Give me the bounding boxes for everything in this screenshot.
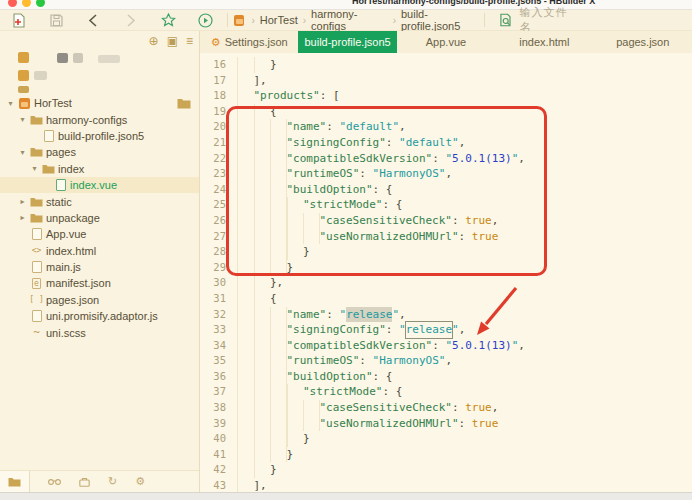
tree-item-static[interactable]: ▸static <box>0 193 199 209</box>
code-token: , <box>399 119 406 135</box>
code-line-38[interactable]: 38"caseSensitiveCheck": true, <box>200 400 692 416</box>
chevron-down-icon[interactable]: ▾ <box>16 115 29 124</box>
indent-guides <box>237 244 303 260</box>
tree-item-uni-promisify-adaptor-js[interactable]: uni.promisify.adaptor.js <box>0 308 199 324</box>
tab-pages-json[interactable]: pages.json <box>594 31 692 53</box>
chevron-down-icon[interactable]: ▾ <box>16 148 29 157</box>
tab-app-vue[interactable]: App.vue <box>397 31 495 53</box>
redacted-label <box>98 55 120 63</box>
tree-item-label: static <box>46 196 72 208</box>
run-icon[interactable] <box>198 12 213 28</box>
code-token: , <box>518 338 525 354</box>
star-icon[interactable] <box>160 12 175 28</box>
toolbar: › HorTest › harmony-configs › build-prof… <box>0 10 692 31</box>
code-token: "useNormalizedOHMUrl" <box>320 229 459 245</box>
menu-icon[interactable]: ≡ <box>186 34 193 48</box>
code-line-31[interactable]: 31{ <box>200 291 692 307</box>
code-line-17[interactable]: 17], <box>200 73 692 89</box>
code-token: " <box>512 338 519 354</box>
tree-item-harmony-configs[interactable]: ▾harmony-configs <box>0 111 199 127</box>
tree-item-label: pages <box>46 146 76 158</box>
tree-item-index[interactable]: ▾index <box>0 161 199 177</box>
back-icon[interactable] <box>86 12 101 28</box>
tree-item-index-html[interactable]: <>index.html <box>0 243 199 259</box>
code-area[interactable]: 16}17],18"products": [19{20"name": "defa… <box>200 57 692 494</box>
chevron-right-icon[interactable]: ▸ <box>16 213 29 222</box>
code-token: " <box>340 307 347 323</box>
chevron-down-icon[interactable]: ▾ <box>28 164 41 173</box>
redacted-project-icon <box>18 52 29 63</box>
line-number: 39 <box>200 416 226 432</box>
code-line-21[interactable]: 21"signingConfig": "default", <box>200 135 692 151</box>
chevron-down-icon[interactable]: ▾ <box>4 99 17 108</box>
code-line-29[interactable]: 29} <box>200 260 692 276</box>
tree-item-index-vue[interactable]: index.vue <box>0 177 199 193</box>
close-traffic-light[interactable] <box>8 0 17 7</box>
code-line-34[interactable]: 34"compatibleSdkVersion": "5.0.1(13)", <box>200 338 692 354</box>
tree-item-pages-json[interactable]: [ ]pages.json <box>0 292 199 308</box>
tab-index-html[interactable]: index.html <box>495 31 593 53</box>
code-token: true <box>472 229 499 245</box>
folder-icon[interactable] <box>0 471 30 492</box>
indent-guides <box>237 229 320 245</box>
code-line-28[interactable]: 28} <box>200 244 692 260</box>
tree-item-unpackage[interactable]: ▸unpackage <box>0 210 199 226</box>
code-line-20[interactable]: 20"name": "default", <box>200 119 692 135</box>
code-line-23[interactable]: 23"runtimeOS": "HarmonyOS", <box>200 166 692 182</box>
tree-item-manifest-json[interactable]: emanifest.json <box>0 275 199 291</box>
chevron-right-icon[interactable]: ▸ <box>16 197 29 206</box>
code-line-24[interactable]: 24"buildOption": { <box>200 182 692 198</box>
code-line-22[interactable]: 22"compatibleSdkVersion": "5.0.1(13)", <box>200 151 692 167</box>
code-line-25[interactable]: 25"strictMode": { <box>200 197 692 213</box>
breadcrumb-project[interactable]: HorTest <box>260 14 298 26</box>
tree-item-uni-scss[interactable]: ~uni.scss <box>0 324 199 340</box>
tree-item-label: harmony-configs <box>46 114 127 126</box>
code-line-33[interactable]: 33"signingConfig": "release", <box>200 322 692 338</box>
code-line-37[interactable]: 37"strictMode": { <box>200 384 692 400</box>
maximize-traffic-light[interactable] <box>36 0 45 7</box>
panel-icon[interactable]: ▣ <box>167 34 178 48</box>
code-line-18[interactable]: 18"products": [ <box>200 88 692 104</box>
code-line-41[interactable]: 41} <box>200 447 692 463</box>
breadcrumb-file[interactable]: build-profile.json5 <box>401 8 482 32</box>
minimize-traffic-light[interactable] <box>22 0 31 7</box>
code-line-32[interactable]: 32"name": "release", <box>200 307 692 323</box>
open-folder-icon[interactable] <box>177 98 191 109</box>
code-token: : <box>432 338 445 354</box>
settings-icon[interactable]: ⚙ <box>135 475 145 488</box>
code-line-26[interactable]: 26"caseSensitiveCheck": true, <box>200 213 692 229</box>
code-line-30[interactable]: 30}, <box>200 275 692 291</box>
code-line-19[interactable]: 19{ <box>200 104 692 120</box>
window-bottom-strip <box>0 492 692 500</box>
code-line-35[interactable]: 35"runtimeOS": "HarmonyOS", <box>200 353 692 369</box>
tree-item-pages[interactable]: ▾pages <box>0 144 199 160</box>
code-line-42[interactable]: 42} <box>200 462 692 478</box>
tree-item-hortest[interactable]: ▾HorTest <box>0 95 199 111</box>
tab-label: Settings.json <box>225 36 288 48</box>
code-token: , <box>518 151 525 167</box>
code-line-16[interactable]: 16} <box>200 57 692 73</box>
code-line-36[interactable]: 36"buildOption": { <box>200 369 692 385</box>
new-file-icon[interactable] <box>11 12 26 28</box>
sync-icon[interactable]: ↻ <box>108 475 117 488</box>
tab-build-profile-json5[interactable]: build-profile.json5 <box>298 31 396 53</box>
code-token: "default" <box>340 119 400 135</box>
tree-item-app-vue[interactable]: App.vue <box>0 226 199 242</box>
tree-item-build-profile-json5[interactable]: build-profile.json5 <box>0 128 199 144</box>
code-line-40[interactable]: 40} <box>200 431 692 447</box>
forward-icon[interactable] <box>123 12 138 28</box>
breadcrumb-folder[interactable]: harmony-configs <box>311 8 388 32</box>
code-line-39[interactable]: 39"useNormalizedOHMUrl": true <box>200 416 692 432</box>
indent-guides <box>237 307 287 323</box>
line-number: 33 <box>200 322 226 338</box>
indent-guides <box>237 151 287 167</box>
tree-item-main-js[interactable]: main.js <box>0 259 199 275</box>
redacted-project-icon <box>18 70 29 81</box>
code-line-27[interactable]: 27"useNormalizedOHMUrl": true <box>200 229 692 245</box>
indent-guides <box>237 353 287 369</box>
locate-icon[interactable]: ⊕ <box>149 34 159 48</box>
binoculars-icon[interactable] <box>48 477 61 486</box>
tab-settings-json[interactable]: ⚙Settings.json <box>200 31 298 53</box>
bag-icon[interactable] <box>79 477 90 487</box>
save-icon[interactable] <box>48 12 63 28</box>
